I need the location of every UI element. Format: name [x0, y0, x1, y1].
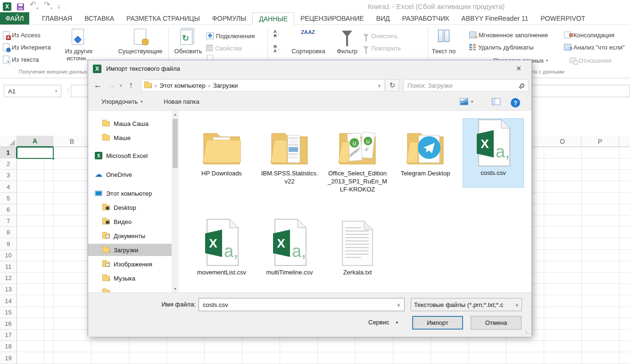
- row-header[interactable]: 2: [0, 158, 17, 170]
- sidebar-item-masha-sasha[interactable]: Маша Саша: [88, 117, 172, 130]
- view-mode-dropdown-icon[interactable]: ▾: [471, 99, 473, 104]
- column-header-a[interactable]: A: [17, 136, 53, 147]
- preview-pane-button[interactable]: [492, 98, 500, 105]
- column-header-b[interactable]: B: [53, 136, 91, 147]
- existing-connections-label[interactable]: Существующие: [113, 48, 167, 55]
- remove-duplicates-button[interactable]: Удалить дубликаты: [469, 42, 533, 52]
- dialog-title-bar[interactable]: X Импорт текстового файла ×: [88, 60, 531, 77]
- row-header[interactable]: 10: [0, 250, 17, 261]
- sort-button[interactable]: ZAAZ: [301, 29, 315, 43]
- sidebar-item-desktop[interactable]: Desktop: [88, 201, 172, 214]
- text-to-columns-label[interactable]: Текст по: [430, 48, 458, 55]
- filter-button[interactable]: [342, 31, 352, 37]
- from-web-button[interactable]: Из Интернета: [3, 42, 51, 52]
- tools-dropdown[interactable]: Сервис ▾: [368, 319, 398, 326]
- sidebar-scrollbar[interactable]: ▲ ▼: [172, 111, 179, 292]
- row-header[interactable]: 18: [0, 341, 17, 352]
- row-header[interactable]: 6: [0, 204, 17, 215]
- tab-review[interactable]: РЕЦЕНЗИРОВАНИЕ: [294, 12, 370, 25]
- refresh-icon[interactable]: ↻: [385, 79, 399, 91]
- text-to-columns-button[interactable]: [438, 30, 449, 42]
- connections-button[interactable]: Подключения: [206, 31, 255, 41]
- recent-locations-icon[interactable]: ∨: [119, 81, 123, 90]
- tab-powerpivot[interactable]: POWERPIVOT: [534, 12, 591, 25]
- file-item-ibm-spss[interactable]: IBM.SPSS.Statistics.v22: [259, 119, 320, 185]
- save-icon[interactable]: [17, 3, 24, 10]
- data-validation-dropdown-icon[interactable]: ▾: [546, 58, 548, 63]
- breadcrumb-this-pc[interactable]: Этот компьютер: [159, 82, 205, 89]
- column-header-o[interactable]: O: [544, 136, 581, 147]
- sidebar-item-documents[interactable]: Документы: [88, 230, 172, 242]
- filename-dropdown-icon[interactable]: ∨: [397, 302, 400, 307]
- row-header[interactable]: 1: [0, 147, 17, 158]
- sort-descending-button[interactable]: ЯА↓: [274, 45, 280, 53]
- tab-insert[interactable]: ВСТАВКА: [78, 12, 120, 25]
- file-item-telegram-desktop[interactable]: Telegram Desktop: [395, 119, 456, 177]
- name-box-dropdown-icon[interactable]: ▾: [55, 89, 57, 93]
- refresh-all-button[interactable]: ↻: [180, 30, 192, 45]
- sidebar-item-pictures[interactable]: Изображения: [88, 258, 172, 270]
- address-dropdown-icon[interactable]: ∨: [378, 83, 381, 88]
- redo-dropdown-icon[interactable]: ▾: [50, 5, 52, 12]
- row-header[interactable]: 16: [0, 318, 17, 330]
- tab-page-layout[interactable]: РАЗМЕТКА СТРАНИЦЫ: [120, 12, 206, 25]
- tools-dropdown-icon[interactable]: ▾: [396, 320, 398, 325]
- name-box[interactable]: A1 ▾: [4, 85, 61, 97]
- import-button[interactable]: Импорт: [412, 316, 463, 330]
- close-icon[interactable]: ×: [513, 62, 525, 74]
- sidebar-item-mashe[interactable]: Маше: [88, 132, 172, 144]
- row-header[interactable]: 17: [0, 330, 17, 341]
- from-text-button[interactable]: ≡ Из текста: [3, 54, 39, 65]
- scroll-up-icon[interactable]: ▲: [172, 111, 179, 118]
- filter-label[interactable]: Фильтр: [335, 48, 359, 55]
- tab-home[interactable]: ГЛАВНАЯ: [36, 12, 78, 25]
- row-header[interactable]: 13: [0, 284, 17, 295]
- scroll-down-icon[interactable]: ▼: [172, 285, 179, 292]
- tab-view[interactable]: ВИД: [370, 12, 396, 25]
- undo-button[interactable]: ↶▾: [30, 1, 38, 12]
- tab-formulas[interactable]: ФОРМУЛЫ: [206, 12, 252, 25]
- redo-button[interactable]: ↷▾: [44, 1, 52, 12]
- file-item-multitimeline-csv[interactable]: X a, multiTimeline.csv: [259, 218, 320, 276]
- sort-label[interactable]: Сортировка: [288, 48, 329, 55]
- organize-button[interactable]: Упорядочить ▾: [101, 98, 142, 105]
- new-folder-button[interactable]: Новая папка: [164, 98, 199, 105]
- scrollbar-thumb[interactable]: [173, 119, 178, 168]
- row-header[interactable]: 15: [0, 307, 17, 318]
- help-button[interactable]: ?: [511, 98, 520, 108]
- fill-handle[interactable]: [52, 157, 55, 160]
- file-item-office-select[interactable]: u NT u ORRENT Office_Select_Edition_2013…: [327, 119, 388, 193]
- row-header[interactable]: 4: [0, 182, 17, 193]
- active-cell-a1[interactable]: [17, 147, 54, 159]
- row-header[interactable]: 11: [0, 261, 17, 273]
- customize-qat-icon[interactable]: ▾: [58, 5, 60, 10]
- row-header[interactable]: 14: [0, 296, 17, 307]
- tab-file[interactable]: ФАЙЛ: [0, 12, 29, 25]
- sidebar-item-partial[interactable]: [88, 286, 172, 292]
- sidebar-item-videos[interactable]: Видео: [88, 215, 172, 228]
- sidebar-item-music[interactable]: ♪Музыка: [88, 272, 172, 284]
- row-header[interactable]: 19: [0, 353, 17, 364]
- row-header[interactable]: 8: [0, 227, 17, 238]
- view-mode-button[interactable]: ▾: [460, 98, 473, 105]
- breadcrumb-downloads[interactable]: Загрузки: [213, 82, 238, 89]
- from-access-button[interactable]: A Из Access: [3, 30, 41, 40]
- undo-dropdown-icon[interactable]: ▾: [36, 5, 38, 12]
- row-header[interactable]: 7: [0, 215, 17, 227]
- consolidate-button[interactable]: Консолидация: [564, 30, 614, 40]
- flash-fill-button[interactable]: ϟ Мгновенное заполнение: [469, 30, 548, 40]
- column-header-p[interactable]: P: [581, 136, 619, 147]
- up-icon[interactable]: ↑: [129, 81, 133, 90]
- search-icon[interactable]: [520, 83, 524, 88]
- sidebar-item-downloads[interactable]: ↓Загрузки: [88, 244, 172, 256]
- row-header[interactable]: 12: [0, 273, 17, 284]
- back-icon[interactable]: ←: [94, 81, 102, 90]
- row-header[interactable]: 9: [0, 239, 17, 250]
- resize-grip[interactable]: [525, 331, 530, 335]
- sort-ascending-button[interactable]: АЯ↓: [274, 30, 280, 38]
- from-other-sources-button[interactable]: [72, 29, 84, 45]
- search-input[interactable]: Поиск: Загрузки: [403, 79, 529, 91]
- what-if-analysis-button[interactable]: ? Анализ "что если": [564, 42, 630, 52]
- row-header[interactable]: 5: [0, 193, 17, 204]
- row-header[interactable]: 3: [0, 170, 17, 181]
